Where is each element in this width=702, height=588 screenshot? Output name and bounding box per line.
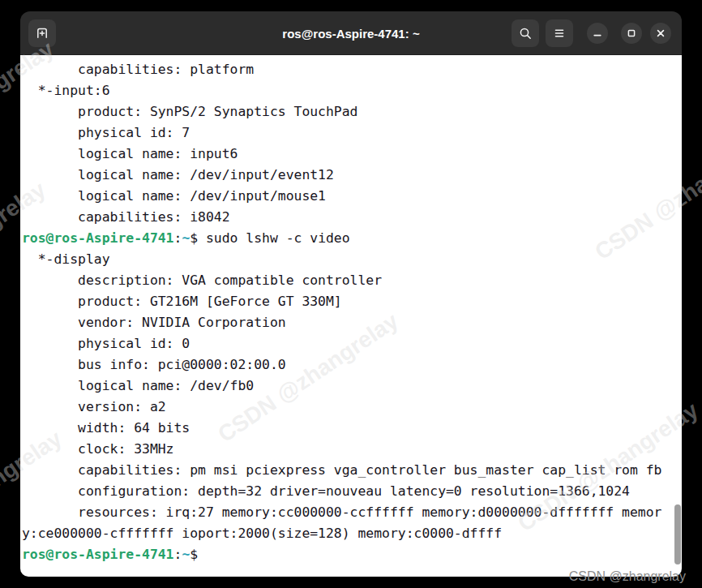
terminal-line: *-input:6 [22, 80, 682, 101]
search-icon [519, 27, 533, 41]
terminal-line: description: VGA compatible controller [22, 270, 682, 291]
terminal-line: vendor: NVIDIA Corporation [22, 312, 682, 333]
terminal-line: width: 64 bits [22, 418, 682, 439]
terminal-line: logical name: input6 [22, 144, 682, 165]
terminal-line: product: GT216M [GeForce GT 330M] [22, 291, 682, 312]
terminal-line: logical name: /dev/input/mouse1 [22, 186, 682, 207]
new-tab-icon [36, 27, 49, 40]
watermark-credit: CSDN @zhangrelay [569, 569, 686, 584]
maximize-icon [626, 28, 637, 39]
terminal-line: ros@ros-Aspire-4741:~$ sudo lshw -c vide… [22, 228, 682, 249]
scrollbar-thumb[interactable] [674, 504, 681, 564]
search-button[interactable] [512, 19, 539, 47]
titlebar[interactable]: ros@ros-Aspire-4741: ~ [20, 11, 682, 55]
maximize-button[interactable] [621, 23, 642, 44]
window-title: ros@ros-Aspire-4741: ~ [282, 26, 419, 40]
minimize-button[interactable] [587, 23, 608, 44]
new-tab-button[interactable] [28, 19, 56, 47]
desktop-background: { "window": { "title": "ros@ros-Aspire-4… [0, 0, 702, 588]
menu-button[interactable] [546, 19, 573, 47]
terminal-output: capabilities: platform *-input:6 product… [22, 59, 682, 565]
terminal-line: capabilities: pm msi pciexpress vga_cont… [22, 460, 682, 481]
terminal-line: configuration: depth=32 driver=nouveau l… [22, 481, 682, 502]
terminal-window: ros@ros-Aspire-4741: ~ [20, 11, 682, 577]
terminal-line: capabilities: platform [22, 59, 682, 80]
terminal-viewport[interactable]: capabilities: platform *-input:6 product… [20, 55, 682, 577]
terminal-line: clock: 33MHz [22, 439, 682, 460]
terminal-line: resources: irq:27 memory:cc000000-ccffff… [22, 502, 682, 523]
terminal-line: version: a2 [22, 397, 682, 418]
terminal-line: ros@ros-Aspire-4741:~$ [22, 544, 682, 565]
terminal-line: physical id: 0 [22, 333, 682, 354]
terminal-line: capabilities: i8042 [22, 207, 682, 228]
terminal-line: logical name: /dev/input/event12 [22, 165, 682, 186]
menu-icon [553, 27, 566, 40]
terminal-line: *-display [22, 249, 682, 270]
minimize-icon [592, 28, 603, 39]
terminal-line: product: SynPS/2 Synaptics TouchPad [22, 101, 682, 122]
terminal-line: physical id: 7 [22, 122, 682, 144]
close-button[interactable] [650, 23, 671, 44]
close-icon [655, 28, 666, 39]
terminal-line: logical name: /dev/fb0 [22, 376, 682, 397]
terminal-line: bus info: pci@0000:02:00.0 [22, 354, 682, 376]
terminal-line: y:ce000000-cfffffff ioport:2000(size=128… [22, 523, 682, 544]
